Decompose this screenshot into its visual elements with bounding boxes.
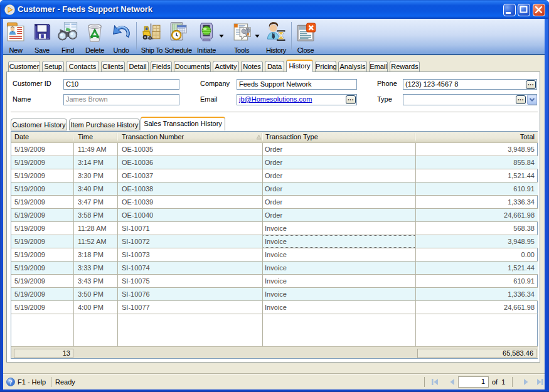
svg-text:?: ? <box>9 379 13 386</box>
